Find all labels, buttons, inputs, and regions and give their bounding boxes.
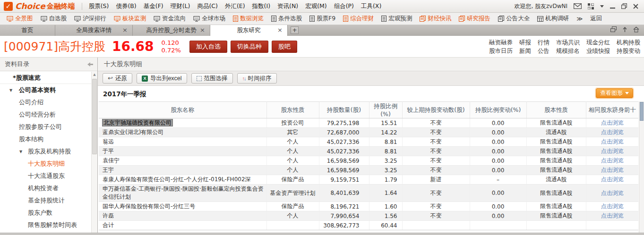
home-icon[interactable]: [633, 26, 639, 34]
tab-1[interactable]: 全局搜索详情×: [55, 25, 133, 36]
cell-name[interactable]: 合计: [99, 221, 266, 230]
sidebar-item-1[interactable]: ▼公司基本资料: [0, 84, 91, 96]
cell-name[interactable]: 于平: [99, 147, 266, 156]
window-cascade-icon[interactable]: [610, 26, 617, 34]
cell-name[interactable]: 袁佳宁: [99, 156, 266, 166]
column-header-2[interactable]: 持股数量(股): [319, 102, 369, 118]
sidebar-item-12[interactable]: 限售股解禁时间表: [0, 219, 91, 231]
popout-icon[interactable]: [622, 26, 628, 34]
cell-name[interactable]: 蓝鼎实业(湖北)有限公司: [99, 128, 266, 137]
new-tab-button[interactable]: +: [291, 26, 299, 34]
minimize-button[interactable]: [610, 4, 615, 9]
ribbon-item-12[interactable]: 研究报告: [459, 15, 490, 23]
close-button[interactable]: [633, 4, 638, 9]
expand-triangle-icon[interactable]: ▼: [19, 146, 22, 158]
quick-link-r2-5[interactable]: 持股变动: [617, 47, 640, 55]
cell-browse-link[interactable]: 点击浏览: [586, 211, 638, 221]
cell-browse-link[interactable]: 点击浏览: [586, 185, 638, 202]
quick-link-r2-4[interactable]: 业绩快报: [586, 47, 610, 55]
cell-name[interactable]: 北京宇驰瑞德投资有限公司: [99, 118, 266, 128]
ribbon-item-14[interactable]: 机构调研: [537, 15, 569, 23]
selected-cell-highlight[interactable]: 北京宇驰瑞德投资有限公司: [103, 119, 172, 126]
menu-item-4[interactable]: 商品(C): [196, 1, 218, 11]
ribbon-item-13[interactable]: 公告大全: [498, 15, 530, 23]
ribbon-item-15[interactable]: ≫: [576, 15, 583, 22]
quick-link-r1-3[interactable]: 市场共识: [556, 38, 580, 47]
expand-triangle-icon[interactable]: ▼: [9, 84, 12, 97]
quick-link-r1-2[interactable]: 行情: [538, 38, 550, 47]
ribbon-item-7[interactable]: 条件选股: [271, 15, 302, 23]
mail-icon[interactable]: [574, 3, 582, 9]
view-chart-button[interactable]: 查看图形: [596, 88, 633, 98]
quick-link-r2-1[interactable]: 新闻: [519, 47, 531, 55]
cell-name[interactable]: 泰康人寿保险有限责任公司-分红-个人分红-019L-FH002深: [99, 175, 266, 185]
tab-2[interactable]: 高升控股_分时走势×: [133, 25, 210, 36]
column-header-5[interactable]: 持股比例变动(%): [470, 102, 526, 118]
menu-item-2[interactable]: 基金(F): [143, 1, 164, 11]
ribbon-item-10[interactable]: 宏观预测: [381, 15, 412, 23]
cell-name[interactable]: 申万菱信基金-工商银行-陕国投-陕国投·新毅创赢定向投资集合资金信托计划: [99, 185, 266, 202]
quick-link-r1-5[interactable]: 机构持股: [617, 38, 640, 47]
column-header-4[interactable]: 较上期持股变动数(股): [402, 102, 470, 118]
sidebar-item-8[interactable]: 十大流通股东: [0, 170, 91, 182]
restore-button[interactable]: [621, 3, 627, 9]
cell-browse-link[interactable]: 点击浏览: [586, 202, 638, 211]
menu-item-7[interactable]: 资讯(N): [276, 1, 299, 11]
menu-item-3[interactable]: 理财(L): [170, 1, 191, 11]
sidebar-item-6[interactable]: ▼股东及机构持股: [0, 145, 91, 158]
menu-item-6[interactable]: 指数(I): [251, 1, 271, 11]
menu-item-8[interactable]: 宏观(M): [304, 1, 328, 11]
sidebar-item-4[interactable]: 控股参股子公司: [0, 121, 91, 133]
ribbon-item-4[interactable]: 资金流向: [154, 15, 186, 23]
sidebar-item-7[interactable]: 十大股东明细: [0, 158, 91, 170]
quick-link-r1-0[interactable]: 融资融券: [489, 38, 513, 47]
action-excel-button[interactable]: X导出到excel: [137, 73, 187, 84]
quick-link-r1-1[interactable]: 研报: [519, 38, 531, 47]
column-header-6[interactable]: 股本性质: [526, 102, 586, 118]
sidebar-scrollbar[interactable]: ▲: [91, 72, 97, 233]
menu-item-9[interactable]: 组合(P): [333, 1, 355, 11]
sidebar-item-3[interactable]: 公司经营分析: [0, 109, 91, 121]
cell-name[interactable]: 许磊: [99, 211, 266, 221]
cell-browse-link[interactable]: 点击浏览: [586, 118, 638, 128]
ribbon-item-11[interactable]: 财经快讯: [420, 15, 451, 23]
sidebar-item-2[interactable]: 公司介绍: [0, 96, 91, 109]
cell-browse-link[interactable]: 点击浏览: [586, 137, 638, 147]
quick-link-r1-4[interactable]: 现金分红: [586, 38, 610, 47]
sidebar-item-10[interactable]: 基金持股统计: [0, 194, 91, 207]
tab-close-icon[interactable]: ×: [200, 26, 205, 34]
table-scrollbar[interactable]: [639, 101, 644, 233]
ribbon-item-9[interactable]: 综合理财: [343, 15, 374, 23]
scroll-up-icon[interactable]: ▲: [92, 72, 97, 78]
cell-name[interactable]: 翁远: [99, 137, 266, 147]
tab-close-icon[interactable]: ×: [122, 26, 128, 34]
ribbon-item-6[interactable]: 数据浏览: [233, 15, 264, 23]
column-header-1[interactable]: 股东性质: [266, 102, 319, 118]
scrollbar-thumb[interactable]: [92, 79, 97, 154]
ribbon-item-3[interactable]: 板块监测: [114, 15, 146, 23]
sidebar-item-11[interactable]: 股东户数: [0, 207, 91, 219]
tab-3[interactable]: 股东研究×: [210, 25, 288, 36]
sidebar-item-9[interactable]: 机构投资者: [0, 182, 91, 194]
quick-link-r2-3[interactable]: 规模排名: [556, 47, 580, 55]
column-header-0[interactable]: 股东名称: [99, 102, 266, 118]
sidebar-item-5[interactable]: 股本结构: [0, 133, 91, 145]
quick-link-r2-0[interactable]: 股市日历: [489, 47, 513, 55]
menu-item-1[interactable]: 债券(B): [115, 1, 137, 11]
action-range-button[interactable]: 范围选择: [191, 73, 233, 84]
ribbon-item-5[interactable]: 全球市场: [193, 15, 225, 23]
ribbon-item-8[interactable]: 股票F9: [309, 15, 335, 23]
column-header-3[interactable]: 持股比例(%): [369, 102, 402, 118]
column-header-7[interactable]: 相同股东跻身前十: [586, 102, 638, 118]
cell-browse-link[interactable]: 点击浏览: [586, 156, 638, 166]
cell-browse-link[interactable]: 点击浏览: [586, 166, 638, 175]
collapse-sidebar-icon[interactable]: [87, 62, 94, 67]
tab-close-icon[interactable]: ×: [277, 26, 283, 34]
stock-button-0[interactable]: 加入自选: [189, 41, 227, 53]
action-undo-button[interactable]: ↩还原: [103, 73, 132, 84]
dropdown-caret-icon[interactable]: [600, 5, 604, 8]
quick-link-r2-2[interactable]: 公告: [538, 47, 550, 55]
ribbon-item-16[interactable]: 返回: [590, 15, 602, 23]
sidebar-item-0[interactable]: *股票速览: [0, 72, 91, 84]
stock-button-2[interactable]: 股吧: [272, 41, 297, 53]
